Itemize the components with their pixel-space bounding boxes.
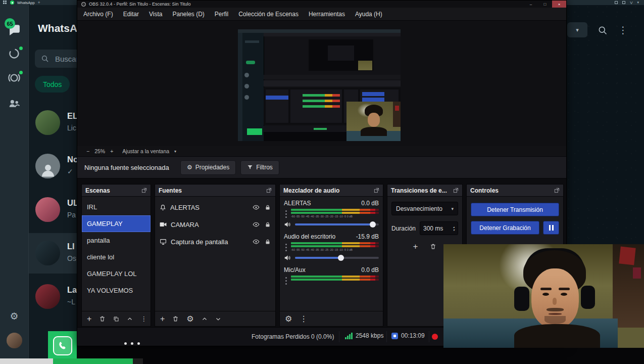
add-scene-button[interactable]: + bbox=[87, 315, 91, 323]
new-tab-icon[interactable]: + bbox=[38, 0, 40, 5]
menu-paneles[interactable]: Paneles (D) bbox=[168, 8, 210, 21]
scene-item[interactable]: IRL bbox=[82, 199, 151, 215]
preview-art bbox=[244, 84, 249, 88]
status-tab[interactable] bbox=[0, 48, 28, 60]
source-item[interactable]: CAMARA bbox=[155, 216, 275, 233]
mixer-settings-gear-icon[interactable]: ⚙ bbox=[285, 314, 292, 324]
drag-handle-icon[interactable] bbox=[284, 209, 288, 218]
preview-art bbox=[303, 105, 340, 108]
visibility-eye-icon[interactable] bbox=[253, 204, 260, 211]
scenes-panel-header[interactable]: Escenas bbox=[82, 185, 151, 197]
duplicate-scene-button[interactable] bbox=[113, 316, 119, 322]
scene-item[interactable]: GAMEPLAY LOL bbox=[82, 265, 151, 282]
sources-title: Fuentes bbox=[159, 187, 182, 194]
popout-icon[interactable] bbox=[554, 188, 560, 193]
zoom-in-button[interactable]: + bbox=[110, 148, 113, 154]
obs-titlebar[interactable]: OBS 32.0.4 - Perfil: Sin Titulo - Escena… bbox=[77, 1, 566, 8]
mixer-panel-header[interactable]: Mezclador de audio bbox=[280, 185, 383, 197]
duration-spinner[interactable]: 300 ms ▴▾ bbox=[420, 221, 458, 235]
popout-icon[interactable] bbox=[374, 188, 379, 193]
mixer-toolbar: ⚙ ⋮ bbox=[280, 311, 383, 326]
menu-editar[interactable]: Editar bbox=[118, 8, 144, 21]
remove-scene-button[interactable] bbox=[99, 315, 106, 322]
window-icon-2[interactable] bbox=[622, 1, 625, 4]
zoom-out-button[interactable]: − bbox=[86, 148, 89, 154]
filters-button[interactable]: Filtros bbox=[240, 160, 279, 175]
profile-avatar[interactable] bbox=[7, 333, 22, 348]
menu-perfil[interactable]: Perfil bbox=[210, 8, 233, 21]
communities-tab[interactable] bbox=[0, 97, 28, 110]
obs-preview-area[interactable] bbox=[77, 21, 566, 146]
filters-label: Filtros bbox=[256, 164, 273, 171]
transition-select[interactable]: Desvanecimiento ▾ bbox=[391, 202, 458, 215]
scene-item[interactable]: YA VOLVEMOS bbox=[82, 282, 151, 299]
source-item[interactable]: Captura de pantalla bbox=[155, 233, 275, 250]
source-toolbar: Ninguna fuente seleccionada ⚙ Propiedade… bbox=[77, 156, 566, 178]
settings-gear-icon[interactable]: ⚙ bbox=[0, 310, 28, 322]
scene-item-selected[interactable]: GAMEPLAY bbox=[82, 215, 151, 232]
mixer-menu-dots-icon[interactable]: ⋮ bbox=[300, 314, 308, 324]
visibility-eye-icon[interactable] bbox=[253, 238, 260, 245]
filter-todos-chip[interactable]: Todos bbox=[35, 76, 70, 93]
menu-archivo[interactable]: Archivo (F) bbox=[78, 8, 118, 21]
volume-slider-knob[interactable] bbox=[338, 255, 344, 261]
volume-slider[interactable] bbox=[295, 223, 379, 225]
person-eyebrow bbox=[540, 288, 552, 290]
source-properties-gear-icon[interactable]: ⚙ bbox=[186, 314, 193, 324]
menu-herramientas[interactable]: Herramientas bbox=[304, 8, 350, 21]
chevron-down-icon[interactable]: ▾ bbox=[174, 149, 176, 154]
popout-icon[interactable] bbox=[266, 188, 272, 193]
stop-recording-button[interactable]: Detener Grabación bbox=[471, 221, 539, 235]
lock-icon[interactable] bbox=[265, 204, 271, 211]
fit-window-label[interactable]: Ajustar a la ventana bbox=[122, 148, 169, 154]
properties-button[interactable]: ⚙ Propiedades bbox=[180, 160, 236, 175]
scenes-menu-dots-icon[interactable]: ⋮ bbox=[140, 315, 147, 323]
lock-icon[interactable] bbox=[265, 221, 271, 228]
controls-panel-header[interactable]: Controles bbox=[467, 185, 563, 197]
minimize-button[interactable]: – bbox=[524, 1, 538, 8]
preview-art bbox=[247, 128, 262, 135]
avatar bbox=[35, 241, 60, 265]
preview-art bbox=[368, 113, 380, 127]
stop-streaming-button[interactable]: Detener Transmisión bbox=[471, 203, 559, 216]
menu-coleccion[interactable]: Colección de Escenas bbox=[233, 8, 304, 21]
avatar bbox=[35, 110, 60, 135]
chat-filter-dropdown[interactable]: ▾ bbox=[567, 22, 587, 37]
channels-tab[interactable] bbox=[0, 72, 28, 84]
volume-slider-knob[interactable] bbox=[370, 221, 376, 228]
chevron-down-icon[interactable]: ▾ bbox=[637, 1, 639, 5]
window-icon[interactable] bbox=[615, 1, 618, 4]
visibility-eye-icon[interactable] bbox=[253, 221, 260, 228]
sources-panel-header[interactable]: Fuentes bbox=[155, 185, 275, 197]
popout-icon[interactable] bbox=[453, 188, 459, 193]
popout-icon[interactable] bbox=[141, 188, 147, 193]
speaker-icon[interactable] bbox=[284, 221, 291, 228]
drag-handle-icon[interactable] bbox=[284, 242, 288, 251]
pause-recording-button[interactable] bbox=[543, 221, 559, 235]
speaker-icon[interactable] bbox=[284, 254, 291, 261]
add-source-button[interactable]: + bbox=[160, 315, 165, 323]
move-source-up-button[interactable] bbox=[202, 316, 208, 322]
scene-item[interactable]: cliente lol bbox=[82, 249, 151, 265]
search-icon[interactable] bbox=[598, 25, 608, 35]
add-transition-button[interactable]: + bbox=[413, 243, 418, 250]
move-scene-up-button[interactable] bbox=[127, 316, 133, 322]
remove-source-button[interactable] bbox=[172, 315, 179, 322]
drag-handle-icon[interactable] bbox=[284, 276, 288, 285]
grid-icon[interactable] bbox=[3, 1, 7, 5]
transitions-panel-header[interactable]: Transiciones de e... bbox=[387, 185, 462, 197]
lock-icon[interactable] bbox=[265, 239, 271, 245]
volume-slider[interactable] bbox=[295, 257, 379, 259]
menu-ayuda[interactable]: Ayuda (H) bbox=[350, 8, 387, 21]
scene-item[interactable]: pantalla bbox=[82, 232, 151, 249]
close-button[interactable]: × bbox=[552, 1, 566, 8]
spinner-down-icon[interactable]: ▾ bbox=[453, 229, 455, 232]
menu-dots-icon[interactable]: ⋮ bbox=[618, 24, 628, 36]
remove-transition-button[interactable] bbox=[430, 243, 436, 250]
avatar bbox=[35, 284, 60, 309]
maximize-button[interactable]: □ bbox=[538, 1, 552, 8]
move-source-down-button[interactable] bbox=[215, 316, 221, 322]
menu-vista[interactable]: Vista bbox=[144, 8, 167, 21]
scenes-title: Escenas bbox=[85, 187, 110, 194]
source-item[interactable]: ALERTAS bbox=[155, 199, 275, 216]
